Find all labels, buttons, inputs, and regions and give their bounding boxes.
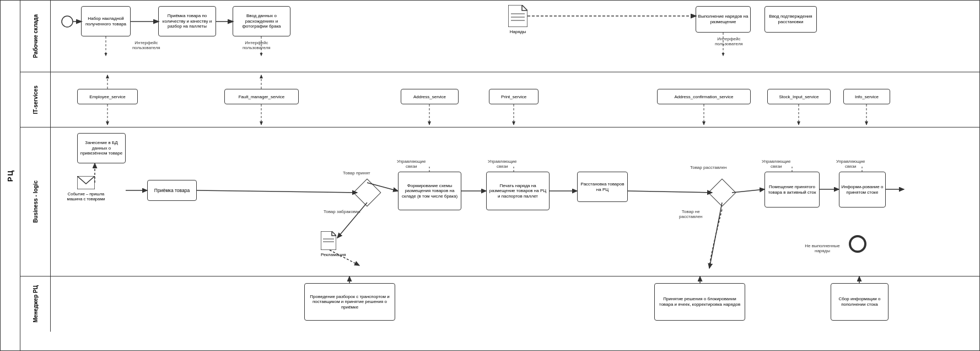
label-uprav-2: Управляющиесвязи [488, 159, 517, 169]
interface-label-2: Интерфейспользователя [243, 40, 271, 50]
svg-line-33 [732, 189, 764, 193]
gateway-2[interactable] [708, 179, 736, 207]
task-informirovanie[interactable]: Информи-рование о принятом стоке [839, 172, 886, 208]
lane-warehouse-content: Набор накладной полученного товара Приём… [51, 1, 979, 72]
lane-label-manager-text: Менеджер РЦ [33, 285, 39, 322]
lane-business: Business - logic Занесение в БД данных о… [20, 127, 979, 276]
lane-business-content: Занесение в БД данных о привезённом това… [51, 127, 979, 276]
data-object-naryady: Наряды [508, 5, 527, 34]
left-label: РЦ [1, 1, 20, 350]
service-employee[interactable]: Employee_service [77, 89, 138, 104]
swim-lanes: Рабочие склада Набор накладной полученно… [20, 1, 979, 350]
lane-label-business: Business - logic [20, 127, 51, 276]
svg-line-28 [197, 190, 357, 193]
svg-marker-22 [321, 231, 336, 250]
end-event-naryady [849, 235, 866, 255]
task-nabor[interactable]: Набор накладной полученного товара [81, 6, 131, 36]
lane-it: IT-services Employee_service Fault_manag… [20, 72, 979, 127]
service-address[interactable]: Address_service [401, 89, 459, 104]
label-tovar-prinyat: Товар принят [343, 171, 370, 176]
label-uprav-1: Управляющиесвязи [397, 159, 426, 169]
left-label-text: РЦ [6, 169, 14, 182]
label-tovar-ne-rasstavlen: Товар нерасставлен [679, 209, 703, 219]
data-object-reklamatsiya: Рекламация [321, 231, 346, 257]
svg-line-42 [709, 203, 722, 268]
gateway-1[interactable] [353, 179, 381, 207]
label-ne-vypolnennye: Не выполненные наряды [800, 243, 844, 253]
svg-point-25 [850, 236, 865, 252]
lane-warehouse: Рабочие склада Набор накладной полученно… [20, 1, 979, 72]
task-vvod-podtv[interactable]: Ввод подтверждения расстановки [764, 6, 817, 33]
svg-marker-0 [508, 5, 527, 27]
task-razborki[interactable]: Проведение разборок с транспортом и пост… [304, 283, 395, 321]
event-message: Событие – пришла машина с товарами [77, 176, 108, 201]
service-print[interactable]: Print_service [489, 89, 539, 104]
task-sbor-info[interactable]: Сбор информации о пополнении стока [831, 283, 889, 321]
task-zanesen[interactable]: Занесение в БД данных о привезённом това… [77, 133, 126, 163]
task-vvod-dannykh[interactable]: Ввод данных о расхождениях и фотографии … [233, 6, 290, 36]
svg-point-4 [62, 16, 73, 27]
service-fault[interactable]: Fault_manager_service [224, 89, 299, 104]
service-address-confirm[interactable]: Address_confirmation_service [657, 89, 751, 104]
label-tovar-zabrakovan: Товар забракован [324, 209, 360, 214]
lane-label-it-text: IT-services [33, 86, 39, 114]
task-rasstanovka[interactable]: Расстановка товаров на РЦ [577, 172, 628, 202]
interface-label-3: Интерфейспользователя [715, 36, 743, 46]
task-priemka[interactable]: Приёмка товара [147, 180, 197, 201]
label-uprav-4: Управляющиесвязи [836, 159, 865, 169]
lane-label-manager: Менеджер РЦ [20, 276, 51, 332]
task-pechat[interactable]: Печать наряда на размещение товаров на Р… [486, 172, 550, 210]
service-info[interactable]: Info_service [843, 89, 890, 104]
lane-label-warehouse-text: Рабочие склада [33, 14, 39, 58]
svg-line-32 [628, 191, 712, 193]
lane-manager: Менеджер РЦ Проведение разборок с трансп… [20, 276, 979, 332]
task-vypolnenie[interactable]: Выполнение нарядов на размещение [696, 6, 751, 33]
label-tovar-rasstavlen: Товар расставлен [690, 165, 727, 170]
task-formirovanie[interactable]: Формирование схемы размещения товаров на… [398, 172, 461, 210]
lane-label-business-text: Business - logic [33, 180, 39, 223]
lane-manager-content: Проведение разборок с транспортом и пост… [51, 276, 979, 332]
label-uprav-3: Управляющиесвязи [762, 159, 791, 169]
lane-it-content: Employee_service Fault_manager_service A… [51, 72, 979, 127]
diagram-container: РЦ Рабочие склада Набор накладной получе… [0, 0, 980, 351]
task-prinyatie-resh[interactable]: Принятие решения о блокировании товара и… [654, 283, 745, 321]
task-pomeshchenie[interactable]: Помещение принятого товара в активный ст… [764, 172, 820, 208]
lane-label-it: IT-services [20, 72, 51, 127]
service-stock-input[interactable]: Stock_Input_service [767, 89, 831, 104]
task-priemka-tovar[interactable]: Приёмка товара по количеству и качеству … [158, 6, 216, 36]
lane-label-warehouse: Рабочие склада [20, 1, 51, 72]
interface-label-1: Интерфейспользователя [132, 40, 160, 50]
